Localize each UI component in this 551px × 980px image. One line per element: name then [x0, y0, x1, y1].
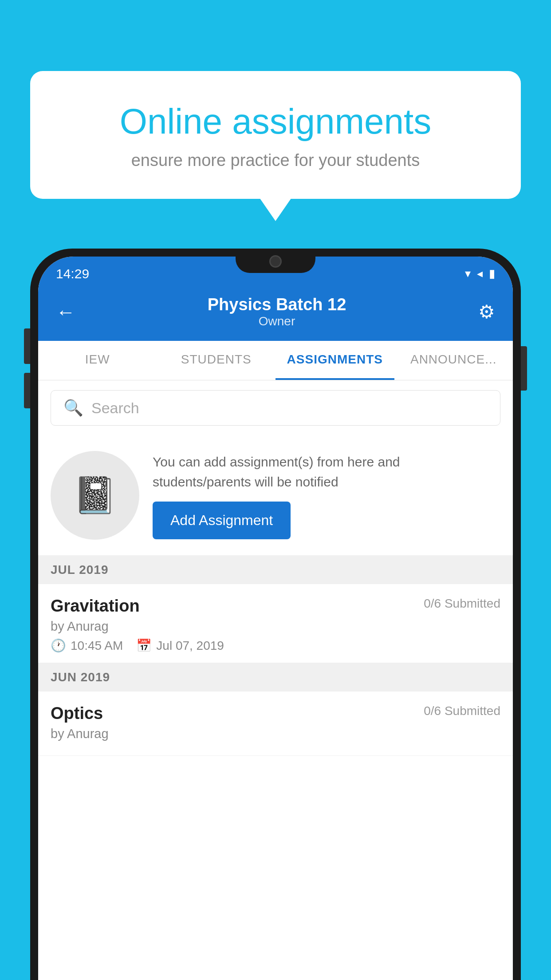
- search-container: 🔍 Search: [38, 380, 513, 435]
- search-icon: 🔍: [63, 399, 83, 417]
- assignment-meta-gravitation: 🕐 10:45 AM 📅 Jul 07, 2019: [51, 638, 500, 653]
- calendar-icon: 📅: [136, 638, 152, 653]
- volume-down-button[interactable]: [24, 373, 30, 408]
- camera: [269, 255, 282, 268]
- add-assignment-button[interactable]: Add Assignment: [153, 502, 291, 539]
- status-icons: ▾ ◂ ▮: [465, 267, 495, 281]
- meta-time-gravitation: 🕐 10:45 AM: [51, 638, 123, 653]
- back-button[interactable]: ←: [56, 301, 75, 323]
- assignment-name-optics: Optics: [51, 704, 103, 723]
- phone-notch: [236, 249, 315, 273]
- assignment-date-gravitation: Jul 07, 2019: [156, 639, 224, 653]
- battery-icon: ▮: [489, 267, 495, 281]
- search-box[interactable]: 🔍 Search: [51, 390, 500, 426]
- assignment-prompt: 📓 You can add assignment(s) from here an…: [38, 435, 513, 556]
- assignment-submitted-gravitation: 0/6 Submitted: [424, 597, 500, 611]
- section-jun-2019: JUN 2019: [38, 663, 513, 692]
- assignment-prompt-text: You can add assignment(s) from here and …: [153, 452, 500, 492]
- assignment-gravitation[interactable]: Gravitation 0/6 Submitted by Anurag 🕐 10…: [38, 584, 513, 663]
- speech-bubble-subtitle: ensure more practice for your students: [66, 151, 485, 170]
- assignment-item-top: Gravitation 0/6 Submitted: [51, 597, 500, 616]
- settings-button[interactable]: ⚙: [478, 301, 495, 323]
- assignment-icon-circle: 📓: [51, 451, 139, 540]
- meta-date-gravitation: 📅 Jul 07, 2019: [136, 638, 224, 653]
- tab-students[interactable]: STUDENTS: [157, 341, 276, 380]
- phone-screen: 14:29 ▾ ◂ ▮ ← Physics Batch 12 Owner ⚙ I…: [38, 257, 513, 980]
- app-header: ← Physics Batch 12 Owner ⚙: [38, 285, 513, 341]
- speech-bubble-area: Online assignments ensure more practice …: [30, 71, 521, 199]
- volume-up-button[interactable]: [24, 328, 30, 364]
- assignment-time-gravitation: 10:45 AM: [71, 639, 123, 653]
- owner-label: Owner: [208, 314, 346, 328]
- phone-outer: 14:29 ▾ ◂ ▮ ← Physics Batch 12 Owner ⚙ I…: [30, 249, 521, 980]
- section-jun-label: JUN 2019: [51, 670, 110, 684]
- tab-assignments[interactable]: ASSIGNMENTS: [276, 341, 394, 380]
- assignment-by-optics: by Anurag: [51, 727, 500, 741]
- phone-frame: 14:29 ▾ ◂ ▮ ← Physics Batch 12 Owner ⚙ I…: [30, 249, 521, 980]
- tabs-bar: IEW STUDENTS ASSIGNMENTS ANNOUNCE...: [38, 341, 513, 380]
- speech-bubble-title: Online assignments: [66, 102, 485, 141]
- assignment-prompt-right: You can add assignment(s) from here and …: [153, 452, 500, 539]
- search-placeholder: Search: [91, 399, 139, 417]
- notebook-icon: 📓: [73, 474, 117, 516]
- speech-bubble: Online assignments ensure more practice …: [30, 71, 521, 199]
- wifi-icon: ▾: [465, 267, 471, 281]
- section-jul-label: JUL 2019: [51, 563, 108, 577]
- assignment-optics[interactable]: Optics 0/6 Submitted by Anurag: [38, 692, 513, 756]
- assignment-by-gravitation: by Anurag: [51, 619, 500, 634]
- power-button[interactable]: [521, 346, 527, 391]
- tab-announcements[interactable]: ANNOUNCE...: [394, 341, 513, 380]
- batch-title: Physics Batch 12: [208, 295, 346, 314]
- assignment-item-top-optics: Optics 0/6 Submitted: [51, 704, 500, 723]
- assignment-submitted-optics: 0/6 Submitted: [424, 704, 500, 718]
- tab-iew[interactable]: IEW: [38, 341, 157, 380]
- header-center: Physics Batch 12 Owner: [208, 295, 346, 328]
- section-jul-2019: JUL 2019: [38, 556, 513, 584]
- signal-icon: ◂: [477, 267, 483, 281]
- status-time: 14:29: [56, 266, 89, 281]
- clock-icon: 🕐: [51, 638, 66, 653]
- assignment-name-gravitation: Gravitation: [51, 597, 140, 616]
